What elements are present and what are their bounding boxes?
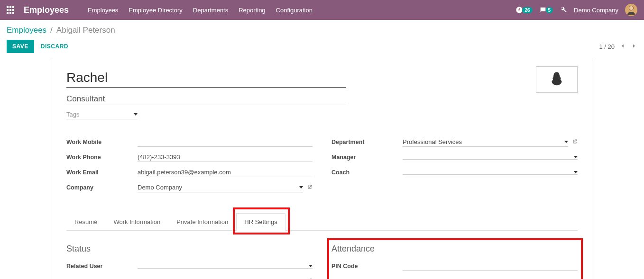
pager-text: 1 / 20 [599,43,615,50]
pager: 1 / 20 [599,43,637,51]
brand-title: Employees [24,5,69,15]
manager-label: Manager [331,154,403,161]
coach-label: Coach [331,169,403,176]
messages-badge: 5 [546,7,553,13]
company-select[interactable]: Demo Company [138,183,303,192]
company-external-link[interactable] [307,184,313,191]
work-email-input[interactable] [138,168,313,177]
coach-select[interactable] [403,170,578,175]
avatar-icon [626,4,637,16]
user-avatar[interactable] [625,4,637,16]
activity-badge: 26 [522,7,532,13]
status-section: Status Related User Job Position Consult… [66,244,313,279]
apps-icon[interactable] [7,6,14,14]
status-heading: Status [66,244,313,254]
pin-code-input[interactable] [403,261,578,271]
caret-down-icon [574,156,578,158]
external-link-icon [572,139,578,144]
breadcrumb-current: Abigail Peterson [56,26,115,35]
work-email-label: Work Email [66,169,138,176]
tab-bar: Resumé Work Information Private Informat… [66,213,578,231]
breadcrumb: Employees / Abigail Peterson [0,20,644,37]
nav-right: 26 5 Demo Company [515,4,637,16]
dev-tools-button[interactable] [560,6,567,15]
chevron-right-icon [631,43,637,49]
person-silhouette-icon [547,70,567,90]
department-external-link[interactable] [572,139,578,146]
tab-hr-settings[interactable]: HR Settings [236,213,285,231]
menu-employee-directory[interactable]: Employee Directory [129,7,182,14]
right-column: Department Professional Services Manager [331,136,578,197]
top-nav: Employees Employees Employee Directory D… [0,0,644,20]
caret-down-icon [564,141,568,143]
main-viewport[interactable]: Employees / Abigail Peterson SAVE DISCAR… [0,20,644,279]
department-label: Department [331,139,403,145]
job-title-input[interactable] [66,91,346,105]
department-select[interactable]: Professional Services [403,137,568,147]
wrench-icon [560,6,567,13]
related-user-label: Related User [66,263,138,270]
menu-reporting[interactable]: Reporting [239,7,265,14]
manager-select[interactable] [403,155,578,160]
left-column: Work Mobile Work Phone Work Email Compan… [66,136,313,197]
caret-down-icon [299,186,303,189]
activity-button[interactable]: 26 [515,6,532,14]
save-button[interactable]: SAVE [7,40,34,53]
menu-configuration[interactable]: Configuration [276,7,313,14]
work-mobile-input[interactable] [138,137,313,147]
external-link-icon [307,184,313,190]
company-switcher[interactable]: Demo Company [574,7,618,14]
badge-id-input[interactable] [403,277,548,279]
main-menu: Employees Employee Directory Departments… [88,7,313,14]
job-position-select[interactable]: Consultant [138,277,303,279]
company-value: Demo Company [138,184,299,191]
tags-select[interactable]: Tags [66,110,138,119]
caret-down-icon [134,113,138,116]
work-mobile-label: Work Mobile [66,139,138,145]
pager-prev[interactable] [619,43,626,51]
company-label: Company [66,184,138,191]
breadcrumb-sep: / [50,26,53,35]
employee-name-input[interactable] [66,69,346,88]
caret-down-icon [309,265,313,267]
tab-resume[interactable]: Resumé [66,213,105,230]
menu-departments[interactable]: Departments [193,7,228,14]
messages-button[interactable]: 5 [539,6,553,14]
related-user-select[interactable] [138,264,313,269]
form-sheet: Tags Work Mobile Work Phone Work Email [52,58,592,279]
breadcrumb-root[interactable]: Employees [7,26,46,35]
tab-work-information[interactable]: Work Information [105,213,168,230]
tags-placeholder: Tags [66,111,79,118]
chevron-left-icon [619,43,626,49]
department-value: Professional Services [403,138,564,145]
pager-next[interactable] [631,43,637,51]
caret-down-icon [574,171,578,173]
employee-photo[interactable] [536,66,578,93]
attendance-heading: Attendance [331,244,578,254]
menu-employees[interactable]: Employees [88,7,118,14]
work-phone-label: Work Phone [66,154,138,161]
pin-code-label: PIN Code [331,263,403,270]
tab-private-information[interactable]: Private Information [168,213,236,230]
control-bar: SAVE DISCARD 1 / 20 [0,37,644,58]
work-phone-input[interactable] [138,153,313,162]
discard-button[interactable]: DISCARD [41,43,68,50]
attendance-section: Attendance PIN Code Badge ID Generate [331,244,578,279]
